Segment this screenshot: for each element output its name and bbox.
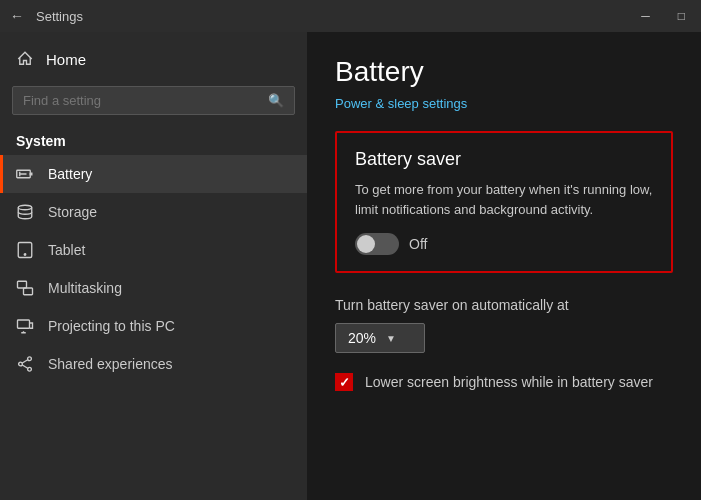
sidebar-label-battery: Battery — [48, 166, 92, 182]
sidebar-item-shared[interactable]: Shared experiences — [0, 345, 307, 383]
svg-rect-6 — [24, 288, 33, 295]
brightness-checkbox-row: ✓ Lower screen brightness while in batte… — [335, 373, 673, 391]
toggle-knob — [357, 235, 375, 253]
sidebar-item-battery[interactable]: Battery — [0, 155, 307, 193]
search-box[interactable]: 🔍 — [12, 86, 295, 115]
battery-saver-description: To get more from your battery when it's … — [355, 180, 653, 219]
battery-saver-title: Battery saver — [355, 149, 653, 170]
checkmark-icon: ✓ — [339, 375, 350, 390]
dropdown-value: 20% — [348, 330, 376, 346]
sidebar-item-home[interactable]: Home — [0, 40, 307, 78]
sidebar-section-label: System — [0, 123, 307, 155]
toggle-label: Off — [409, 236, 427, 252]
chevron-down-icon: ▼ — [386, 333, 396, 344]
brightness-checkbox[interactable]: ✓ — [335, 373, 353, 391]
search-icon: 🔍 — [268, 93, 284, 108]
svg-line-12 — [22, 365, 27, 368]
search-input[interactable] — [23, 93, 260, 108]
titlebar-title: Settings — [36, 9, 635, 24]
titlebar: ← Settings ─ □ — [0, 0, 701, 32]
svg-point-2 — [18, 205, 32, 210]
sidebar-label-shared: Shared experiences — [48, 356, 173, 372]
sidebar-label-multitasking: Multitasking — [48, 280, 122, 296]
maximize-button[interactable]: □ — [672, 7, 691, 25]
sidebar: Home 🔍 System Battery Sto — [0, 32, 307, 500]
projecting-icon — [16, 317, 34, 335]
sidebar-item-tablet[interactable]: Tablet — [0, 231, 307, 269]
battery-saver-card: Battery saver To get more from your batt… — [335, 131, 673, 273]
svg-rect-7 — [18, 320, 30, 328]
svg-line-11 — [22, 360, 27, 363]
sidebar-item-projecting[interactable]: Projecting to this PC — [0, 307, 307, 345]
auto-section: Turn battery saver on automatically at 2… — [335, 297, 673, 353]
main-layout: Home 🔍 System Battery Sto — [0, 32, 701, 500]
battery-saver-toggle[interactable] — [355, 233, 399, 255]
sidebar-item-storage[interactable]: Storage — [0, 193, 307, 231]
back-button[interactable]: ← — [10, 8, 24, 24]
power-sleep-link[interactable]: Power & sleep settings — [335, 96, 467, 111]
sidebar-label-projecting: Projecting to this PC — [48, 318, 175, 334]
sidebar-label-storage: Storage — [48, 204, 97, 220]
toggle-row: Off — [355, 233, 653, 255]
svg-point-4 — [24, 254, 26, 256]
home-icon — [16, 50, 34, 68]
storage-icon — [16, 203, 34, 221]
sidebar-item-multitasking[interactable]: Multitasking — [0, 269, 307, 307]
svg-rect-5 — [18, 281, 27, 288]
svg-point-9 — [19, 362, 23, 366]
auto-dropdown[interactable]: 20% ▼ — [335, 323, 425, 353]
tablet-icon — [16, 241, 34, 259]
window-controls: ─ □ — [635, 7, 691, 25]
page-title: Battery — [335, 56, 673, 88]
content-area: Battery Power & sleep settings Battery s… — [307, 32, 701, 500]
home-label: Home — [46, 51, 86, 68]
battery-icon — [16, 165, 34, 183]
auto-label: Turn battery saver on automatically at — [335, 297, 673, 313]
multitasking-icon — [16, 279, 34, 297]
svg-point-8 — [28, 357, 32, 361]
shared-icon — [16, 355, 34, 373]
minimize-button[interactable]: ─ — [635, 7, 656, 25]
sidebar-label-tablet: Tablet — [48, 242, 85, 258]
svg-point-10 — [28, 367, 32, 371]
brightness-checkbox-label: Lower screen brightness while in battery… — [365, 374, 653, 390]
